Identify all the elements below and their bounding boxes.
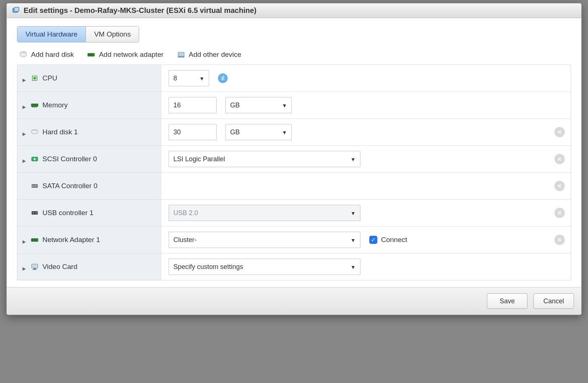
add-network-adapter-label: Add network adapter [99,51,163,59]
add-other-device-label: Add other device [189,51,242,59]
svg-rect-24 [32,239,33,241]
network-adapter-icon [31,236,39,244]
action-usb-controller-1 [549,208,571,218]
cancel-button[interactable]: Cancel [533,293,574,309]
value-usb-controller-1: USB 2.0 [161,200,549,226]
expand-hard-disk-icon[interactable] [23,130,27,134]
label-cpu[interactable]: CPU [17,65,161,92]
chevron-down-icon [282,101,287,109]
svg-rect-8 [178,56,184,58]
expand-scsi-icon[interactable] [23,157,27,161]
remove-sata-button[interactable] [554,181,565,191]
svg-rect-25 [34,239,35,241]
tabs: Virtual Hardware VM Options [17,26,139,42]
memory-icon [31,101,39,109]
row-usb-controller-1: USB controller 1 USB 2.0 [17,200,571,227]
scsi-type-select[interactable]: LSI Logic Parallel [169,151,360,167]
tab-virtual-hardware[interactable]: Virtual Hardware [17,27,86,42]
svg-rect-1 [14,7,19,11]
remove-hard-disk-button[interactable] [554,127,565,137]
svg-rect-27 [32,264,38,268]
label-scsi-controller-0[interactable]: SCSI Controller 0 [17,146,161,172]
label-usb-controller-1[interactable]: USB controller 1 [17,200,161,226]
add-hard-disk-label: Add hard disk [31,51,74,59]
chevron-down-icon [199,75,204,82]
memory-size-input[interactable]: 16 [169,97,217,113]
memory-unit-select[interactable]: GB [225,97,292,113]
expand-network-icon[interactable] [23,238,27,242]
add-network-adapter-button[interactable]: Add network adapter [87,51,163,59]
network-connect-checkbox[interactable]: Connect [369,236,407,244]
svg-rect-14 [35,107,35,108]
row-sata-controller-0: SATA SATA Controller 0 [17,173,571,200]
sata-label-text: SATA Controller 0 [42,182,97,190]
label-video-card[interactable]: Video Card [17,253,161,280]
svg-point-21 [33,212,34,213]
cpu-count-select[interactable]: 8 [169,70,209,86]
hard-disk-label-text: Hard disk 1 [42,128,78,136]
chevron-down-icon [350,263,356,271]
save-button[interactable]: Save [487,293,528,309]
vm-icon [12,7,20,15]
svg-rect-28 [34,268,36,269]
scsi-type-value: LSI Logic Parallel [173,155,225,163]
titlebar: Edit settings - Demo-Rafay-MKS-Cluster (… [7,3,581,18]
svg-rect-20 [32,211,38,214]
svg-rect-26 [35,239,37,241]
label-sata-controller-0[interactable]: SATA SATA Controller 0 [17,173,161,199]
remove-usb-button[interactable] [554,208,565,218]
svg-rect-7 [178,52,184,56]
value-scsi-controller-0: LSI Logic Parallel [161,146,549,172]
hardware-grid: CPU 8 Memory [17,65,571,280]
svg-rect-10 [34,77,36,79]
hard-disk-unit-select[interactable]: GB [225,124,292,140]
svg-rect-12 [32,107,33,108]
label-memory[interactable]: Memory [17,92,161,118]
label-hard-disk-1[interactable]: Hard disk 1 [17,119,161,145]
video-card-icon [31,263,39,271]
expand-video-icon[interactable] [23,265,27,269]
edit-settings-dialog: Edit settings - Demo-Rafay-MKS-Cluster (… [6,3,582,315]
row-network-adapter-1: Network Adapter 1 Cluster- Connect [17,227,571,253]
network-adapter-icon [87,51,95,59]
hard-disk-icon [19,51,27,59]
row-scsi-controller-0: SCSI Controller 0 LSI Logic Parallel [17,146,571,173]
scsi-icon [31,155,39,163]
remove-scsi-button[interactable] [554,154,565,164]
network-label-text: Network Adapter 1 [42,236,100,244]
action-network-adapter-1 [549,235,571,245]
network-connect-label: Connect [381,236,407,244]
expand-cpu-icon[interactable] [23,76,27,80]
usb-type-select: USB 2.0 [169,205,360,221]
scsi-label-text: SCSI Controller 0 [42,155,97,163]
memory-size-value: 16 [173,101,181,109]
svg-point-22 [35,212,37,213]
svg-rect-6 [92,54,93,56]
svg-text:SATA: SATA [32,185,38,187]
memory-label-text: Memory [42,101,68,109]
add-hard-disk-button[interactable]: Add hard disk [19,51,74,59]
cpu-count-value: 8 [173,75,177,82]
cpu-label-text: CPU [42,74,57,82]
hard-disk-size-input[interactable]: 30 [169,124,217,140]
chevron-down-icon [282,128,287,136]
tab-vm-options[interactable]: VM Options [86,27,139,42]
value-sata-controller-0 [161,173,549,199]
remove-network-button[interactable] [554,235,565,245]
expand-memory-icon[interactable] [23,103,27,107]
row-hard-disk-1: Hard disk 1 30 GB [17,119,571,146]
info-icon[interactable] [218,73,228,83]
chevron-down-icon [350,155,356,163]
svg-rect-13 [33,107,34,108]
video-settings-select[interactable]: Specify custom settings [169,259,360,275]
value-hard-disk-1: 30 GB [161,119,549,145]
dialog-footer: Save Cancel [7,287,581,315]
sata-icon: SATA [31,182,39,190]
svg-rect-15 [36,107,37,108]
network-select[interactable]: Cluster- [169,232,360,248]
add-other-device-button[interactable]: Add other device [177,51,242,59]
value-network-adapter-1: Cluster- Connect [161,227,549,253]
hard-disk-size-value: 30 [173,128,181,136]
action-scsi-controller-0 [549,154,571,164]
label-network-adapter-1[interactable]: Network Adapter 1 [17,227,161,253]
